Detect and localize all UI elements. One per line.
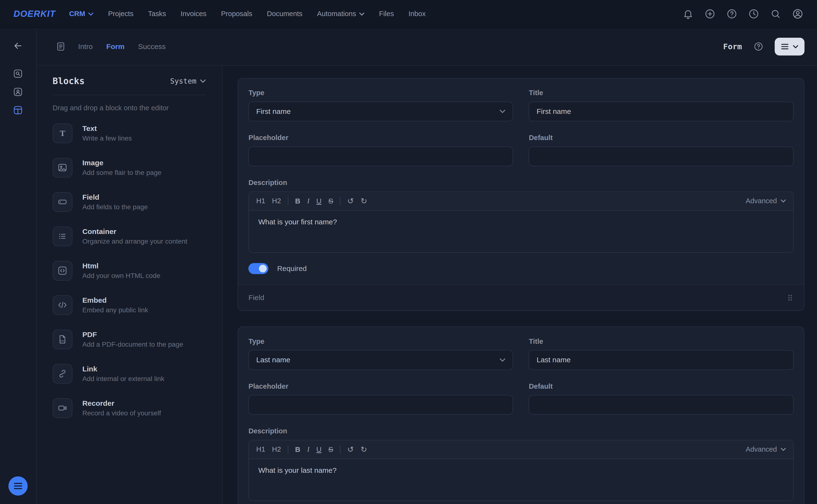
- block-item-embed[interactable]: Embed Embed any public link: [53, 295, 206, 315]
- redo-icon[interactable]: ↻: [361, 197, 367, 206]
- default-input[interactable]: [529, 395, 793, 415]
- type-label: Type: [249, 89, 513, 97]
- placeholder-input[interactable]: [249, 395, 513, 415]
- block-type-label: Field: [249, 294, 264, 302]
- block-item-text[interactable]: T Text Write a few lines: [53, 123, 206, 143]
- profile-card-icon[interactable]: [13, 87, 23, 97]
- app-logo[interactable]: DOERKIT: [13, 9, 55, 19]
- block-item-link[interactable]: Link Add internal or external link: [53, 364, 206, 384]
- plus-circle-icon[interactable]: [705, 8, 716, 19]
- chevron-down-icon: [500, 358, 505, 362]
- back-arrow-icon[interactable]: [13, 41, 23, 51]
- title-label: Title: [529, 338, 793, 345]
- drag-handle-icon[interactable]: [787, 294, 793, 301]
- help-circle-icon[interactable]: [754, 42, 763, 51]
- block-item-container[interactable]: Container Organize and arrange your cont…: [53, 227, 206, 246]
- chevron-down-icon: [781, 199, 786, 203]
- block-item-image[interactable]: Image Add some flair to the page: [53, 158, 206, 178]
- advanced-dropdown[interactable]: Advanced: [746, 197, 786, 205]
- nav-item-invoices[interactable]: Invoices: [180, 10, 206, 18]
- undo-icon[interactable]: ↺: [347, 445, 354, 454]
- nav-item-crm[interactable]: CRM: [69, 10, 93, 18]
- help-circle-icon[interactable]: [726, 8, 737, 19]
- nav-item-inbox[interactable]: Inbox: [408, 10, 426, 18]
- blocks-panel-title: Blocks: [53, 76, 85, 86]
- block-item-recorder[interactable]: Recorder Record a video of yourself: [53, 398, 206, 418]
- blocks-layout-icon[interactable]: [13, 105, 23, 115]
- h2-button[interactable]: H2: [272, 197, 281, 205]
- rte-toolbar: H1 H2 B I U S ↺ ↻: [249, 192, 793, 211]
- chevron-down-icon: [200, 79, 206, 83]
- type-select[interactable]: Last name: [249, 350, 513, 370]
- chevron-down-icon: [793, 45, 798, 48]
- underline-button[interactable]: U: [316, 445, 322, 454]
- field-block-card-first-name: Type First name Title: [238, 78, 805, 311]
- required-toggle[interactable]: [249, 263, 268, 274]
- quick-menu-button[interactable]: [8, 476, 28, 496]
- description-label: Description: [249, 427, 793, 435]
- blocks-filter-dropdown[interactable]: System: [170, 77, 206, 85]
- field-block-card-last-name: Type Last name Title: [238, 326, 805, 504]
- bold-button[interactable]: B: [295, 197, 300, 205]
- italic-button[interactable]: I: [307, 197, 310, 205]
- nav-item-tasks[interactable]: Tasks: [148, 10, 166, 18]
- link-icon: [53, 364, 72, 384]
- tab-intro[interactable]: Intro: [78, 43, 93, 51]
- strikethrough-button[interactable]: S: [329, 445, 333, 454]
- block-item-pdf[interactable]: PDF PDF Add a PDF-document to the page: [53, 330, 206, 349]
- main-nav: CRM Projects Tasks Invoices Proposals Do…: [69, 10, 682, 18]
- italic-button[interactable]: I: [307, 445, 310, 454]
- undo-icon[interactable]: ↺: [347, 197, 354, 206]
- form-menu-button[interactable]: [775, 38, 804, 55]
- default-input[interactable]: [529, 147, 793, 166]
- blocks-hint-text: Drag and drop a block onto the editor: [53, 104, 206, 112]
- rte-toolbar: H1 H2 B I U S ↺ ↻: [249, 440, 793, 459]
- underline-button[interactable]: U: [316, 197, 322, 205]
- chevron-down-icon: [781, 448, 786, 451]
- nav-item-documents[interactable]: Documents: [267, 10, 303, 18]
- block-footer: Field: [238, 284, 804, 310]
- divider: [53, 95, 206, 95]
- divider: [340, 445, 341, 454]
- search-icon[interactable]: [770, 8, 781, 19]
- form-editor-canvas: Type First name Title: [223, 66, 817, 504]
- search-pages-icon[interactable]: [13, 69, 23, 79]
- rail-icon-group: [13, 69, 23, 115]
- type-label: Type: [249, 338, 513, 345]
- top-nav: DOERKIT CRM Projects Tasks Invoices Prop…: [0, 0, 817, 28]
- title-input[interactable]: [529, 102, 793, 121]
- page-title: Form: [723, 42, 742, 51]
- strikethrough-button[interactable]: S: [329, 197, 333, 205]
- advanced-dropdown[interactable]: Advanced: [746, 445, 786, 453]
- left-rail: [0, 28, 37, 504]
- block-item-html[interactable]: Html Add your own HTML code: [53, 261, 206, 281]
- redo-icon[interactable]: ↻: [361, 445, 367, 454]
- nav-item-projects[interactable]: Projects: [108, 10, 133, 18]
- h1-button[interactable]: H1: [256, 445, 265, 453]
- nav-item-files[interactable]: Files: [379, 10, 394, 18]
- image-icon: [53, 158, 72, 178]
- description-text[interactable]: What is your first name?: [249, 211, 793, 252]
- container-icon: [53, 227, 72, 246]
- bell-icon[interactable]: [683, 8, 694, 19]
- hamburger-icon: [781, 43, 789, 50]
- pdf-icon: PDF: [53, 330, 72, 349]
- clock-icon[interactable]: [748, 8, 759, 19]
- title-input[interactable]: [529, 350, 793, 370]
- nav-item-proposals[interactable]: Proposals: [221, 10, 252, 18]
- top-nav-icons: [683, 8, 804, 20]
- block-item-field[interactable]: Field Add fields to the page: [53, 192, 206, 212]
- placeholder-input[interactable]: [249, 147, 513, 166]
- tab-success[interactable]: Success: [138, 43, 166, 51]
- rich-text-editor: H1 H2 B I U S ↺ ↻: [249, 440, 793, 501]
- description-label: Description: [249, 179, 793, 187]
- h1-button[interactable]: H1: [256, 197, 265, 205]
- account-icon[interactable]: [792, 8, 804, 20]
- description-text[interactable]: What is your last name?: [249, 459, 793, 501]
- hamburger-icon: [14, 482, 22, 490]
- bold-button[interactable]: B: [295, 445, 300, 454]
- type-select[interactable]: First name: [249, 102, 513, 121]
- h2-button[interactable]: H2: [272, 445, 281, 453]
- nav-item-automations[interactable]: Automations: [317, 10, 365, 18]
- tab-form[interactable]: Form: [106, 43, 124, 51]
